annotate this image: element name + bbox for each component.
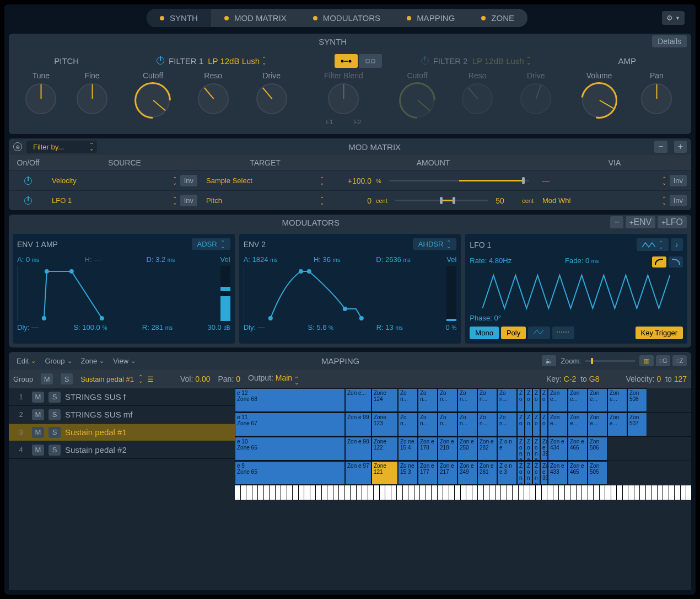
zone-cell[interactable]: e 11Zone 67 — [235, 413, 345, 436]
filter2-power-icon[interactable] — [421, 57, 429, 65]
mm-row1-via-select[interactable]: — — [542, 177, 659, 185]
mm-row1-amount-slider[interactable] — [389, 180, 529, 181]
group-row[interactable]: 3MSSustain pedal #1 — [9, 424, 235, 441]
zone-cell[interactable]: Zone 124 — [371, 388, 398, 412]
zone-cell[interactable]: Z o — [540, 388, 548, 412]
vel-hi[interactable]: 127 — [674, 375, 687, 383]
zone-cell[interactable]: Zon e 394 — [540, 437, 548, 461]
tab-mapping[interactable]: MAPPING — [394, 9, 468, 27]
tune-knob[interactable] — [25, 83, 56, 114]
details-button[interactable]: Details — [652, 35, 687, 47]
mm-row1-power-icon[interactable] — [24, 177, 32, 185]
filter2-reso-knob[interactable] — [462, 83, 493, 114]
group-mute-button[interactable]: M — [41, 373, 53, 384]
zone-cell[interactable]: Zo n... — [398, 388, 418, 412]
mm-row2-via-inv-button[interactable]: Inv — [670, 195, 687, 206]
fine-knob[interactable] — [77, 83, 107, 114]
view-zone-button[interactable]: ≡Z — [672, 355, 687, 366]
zone-cell[interactable]: Zon 506 — [588, 437, 607, 461]
zone-cell[interactable]: Zon e 465 — [568, 461, 588, 485]
zone-cell[interactable]: Zon e 98 — [345, 437, 371, 461]
solo-button[interactable]: S — [49, 392, 61, 403]
filter1-mode-select[interactable]: LP 12dB Lush — [208, 56, 266, 66]
env1-mode-select[interactable]: ADSR — [192, 238, 230, 250]
zone-cell[interactable]: Z o — [532, 413, 540, 436]
mm-row2-target-select[interactable]: Pitch — [206, 196, 316, 205]
zone-cell[interactable]: Zon e 97 — [345, 461, 371, 485]
lfo-note-button[interactable]: ♪ — [671, 238, 683, 251]
zone-cell[interactable]: Zon e 434 — [548, 437, 568, 461]
mm-row2-via-select[interactable]: Mod Whl — [542, 196, 659, 205]
view-menu[interactable]: View⌄ — [110, 355, 139, 367]
zone-cell[interactable]: Zon e 281 — [477, 461, 497, 485]
filter-by-select[interactable]: Filter by... — [26, 141, 97, 153]
mm-row1-source-inv-button[interactable]: Inv — [180, 175, 197, 186]
zone-cell[interactable]: Zo ne 15 4 — [398, 437, 418, 461]
zone-cell[interactable]: e 9Zone 65 — [235, 461, 345, 485]
filter1-drive-knob[interactable] — [256, 83, 287, 114]
zone-cell[interactable]: Zone 122 — [371, 437, 398, 461]
group-select[interactable]: Sustain pedal #1☰ — [80, 375, 154, 383]
lfo-shape1-button[interactable] — [528, 327, 550, 339]
mod-remove-button[interactable]: − — [610, 216, 623, 228]
zone-cell[interactable]: Zon e... — [607, 388, 627, 412]
output-select[interactable]: Main — [276, 373, 299, 382]
zone-cell[interactable]: Zon 508 — [627, 388, 647, 412]
zone-cell[interactable]: Zon e 177 — [418, 461, 438, 485]
zone-cell[interactable]: Z o n e 3 — [525, 461, 532, 485]
group-row[interactable]: 2MSSTRINGS SUS mf — [9, 406, 235, 424]
zone-cell[interactable]: Zone 123 — [371, 413, 398, 436]
filter-blend-knob[interactable] — [328, 83, 359, 114]
mute-button[interactable]: M — [32, 392, 44, 403]
zone-cell[interactable]: Zon e 249 — [457, 461, 477, 485]
view-keymap-button[interactable]: ▥ — [639, 355, 654, 366]
zone-cell[interactable]: Z o — [540, 413, 548, 436]
zone-cell[interactable]: Z o n e 3 — [497, 461, 517, 485]
zone-cell[interactable]: Zon e... — [588, 413, 607, 436]
zone-cell[interactable]: e 12Zone 68 — [235, 388, 345, 412]
mm-remove-button[interactable]: − — [654, 141, 667, 153]
solo-button[interactable]: S — [49, 409, 61, 420]
lfo-wave-select[interactable] — [637, 238, 669, 251]
zone-cell[interactable]: Zon e... — [548, 388, 568, 412]
key-lo[interactable]: C-2 — [564, 375, 577, 383]
zone-cell[interactable]: Zo n... — [418, 413, 438, 436]
zone-cell[interactable]: Z o n e — [517, 437, 525, 461]
zone-cell[interactable]: Zon e... — [345, 388, 371, 412]
filter1-power-icon[interactable] — [157, 57, 164, 65]
key-trigger-button[interactable]: Key Trigger — [636, 327, 683, 339]
zone-cell[interactable]: Zo n... — [457, 413, 477, 436]
vel-lo[interactable]: 0 — [656, 375, 661, 383]
zone-cell[interactable]: Zo n... — [477, 413, 497, 436]
env2-graph[interactable] — [244, 266, 457, 321]
tab-synth[interactable]: SYNTH — [147, 9, 211, 27]
zone-cell[interactable]: Zon e... — [588, 388, 607, 412]
mm-row2-source-select[interactable]: LFO 1 — [52, 196, 169, 205]
zone-menu[interactable]: Zone⌄ — [78, 355, 108, 367]
env1-graph[interactable] — [17, 266, 230, 321]
zone-cell[interactable]: Zo n... — [477, 388, 497, 412]
zone-cell[interactable]: Z o — [532, 388, 540, 412]
mm-row2-power-icon[interactable] — [24, 197, 32, 205]
zone-cell[interactable]: Zo n... — [438, 413, 457, 436]
group-solo-button[interactable]: S — [61, 373, 73, 384]
zone-cell[interactable]: Zo n... — [418, 388, 438, 412]
zone-cell[interactable]: Zon e... — [568, 388, 588, 412]
zone-cell[interactable]: Zon e 218 — [438, 437, 457, 461]
tab-modulators[interactable]: MODULATORS — [300, 9, 394, 27]
zone-cell[interactable]: Zon e 393 — [540, 461, 548, 485]
lfo-poly-button[interactable]: Poly — [501, 327, 526, 339]
zone-cell[interactable]: Zon 507 — [627, 413, 647, 436]
lfo-shape2-button[interactable] — [552, 327, 574, 339]
piano-keyboard[interactable] — [235, 485, 691, 500]
mute-button[interactable]: M — [32, 445, 44, 456]
key-hi[interactable]: G8 — [589, 375, 600, 383]
vol-value[interactable]: 0.00 — [195, 375, 210, 383]
mute-button[interactable]: M — [32, 427, 44, 438]
zone-cell[interactable]: Z o n e 3 — [532, 461, 540, 485]
add-env-button[interactable]: +ENV — [626, 216, 656, 228]
volume-knob[interactable] — [582, 83, 616, 117]
zone-cell[interactable]: Z o n e — [532, 437, 540, 461]
zone-cell[interactable]: Z o n e — [525, 437, 532, 461]
filter2-drive-knob[interactable] — [520, 83, 551, 114]
